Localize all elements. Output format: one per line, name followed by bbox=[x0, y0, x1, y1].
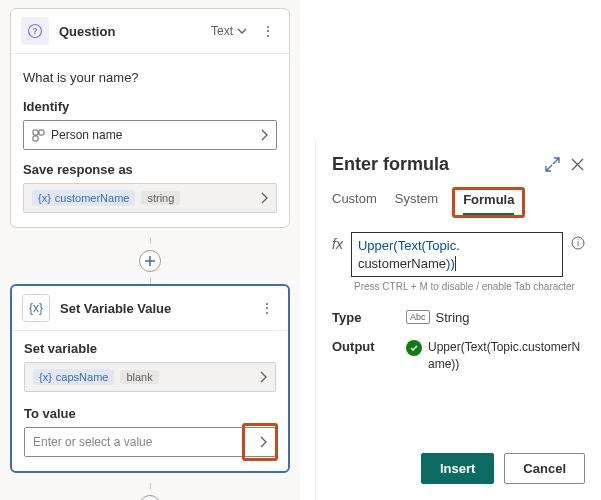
svg-text:i: i bbox=[577, 238, 579, 248]
success-check-icon bbox=[406, 340, 422, 356]
svg-rect-2 bbox=[33, 130, 38, 135]
string-type-icon: Abc bbox=[406, 310, 430, 324]
node-title: Set Variable Value bbox=[60, 301, 246, 316]
panel-header: Enter formula bbox=[332, 154, 585, 175]
formula-input[interactable]: Upper(Text(Topic.customerName)) bbox=[351, 232, 563, 277]
expand-icon[interactable] bbox=[545, 157, 560, 172]
chevron-down-icon bbox=[237, 26, 247, 36]
identify-label: Identify bbox=[23, 99, 277, 114]
panel-footer: Insert Cancel bbox=[421, 453, 585, 484]
callout-highlight: Formula bbox=[452, 187, 525, 218]
insert-button[interactable]: Insert bbox=[421, 453, 494, 484]
question-node[interactable]: ? Question Text ⋮ What is your name? Ide… bbox=[10, 8, 290, 228]
set-variable-field[interactable]: {x} capsName blank bbox=[24, 362, 276, 392]
variable-type-tag: blank bbox=[120, 370, 158, 384]
save-response-field[interactable]: {x} customerName string bbox=[23, 183, 277, 213]
save-response-label: Save response as bbox=[23, 162, 277, 177]
svg-rect-4 bbox=[33, 136, 38, 141]
output-row: Output Upper(Text(Topic.customerName)) bbox=[332, 339, 585, 373]
identify-field[interactable]: Person name bbox=[23, 120, 277, 150]
close-icon[interactable] bbox=[570, 157, 585, 172]
variable-token: {x} customerName bbox=[32, 190, 135, 206]
node-title: Question bbox=[59, 24, 201, 39]
question-type-selector[interactable]: Text bbox=[211, 24, 247, 38]
more-icon[interactable]: ⋮ bbox=[256, 300, 278, 316]
set-variable-node[interactable]: {x} Set Variable Value ⋮ Set variable {x… bbox=[10, 284, 290, 473]
fx-icon: fx bbox=[332, 232, 343, 252]
formula-editor-row: fx Upper(Text(Topic.customerName)) i bbox=[332, 232, 585, 277]
variable-type-tag: string bbox=[141, 191, 180, 205]
add-node-button[interactable] bbox=[139, 495, 161, 500]
tab-formula[interactable]: Formula bbox=[463, 192, 514, 215]
panel-tabs: Custom System Formula bbox=[332, 191, 585, 218]
variable-icon: {x} bbox=[22, 294, 50, 322]
cancel-button[interactable]: Cancel bbox=[504, 453, 585, 484]
chevron-right-icon bbox=[259, 371, 267, 383]
type-row: Type Abc String bbox=[332, 310, 585, 325]
info-icon[interactable]: i bbox=[571, 232, 585, 250]
identify-value: Person name bbox=[51, 128, 122, 142]
to-value-field[interactable]: Enter or select a value bbox=[24, 427, 276, 457]
to-value-placeholder: Enter or select a value bbox=[33, 435, 152, 449]
svg-rect-3 bbox=[39, 130, 44, 135]
chevron-right-icon bbox=[260, 192, 268, 204]
node-body: What is your name? Identify Person name … bbox=[11, 54, 289, 227]
chevron-right-icon[interactable] bbox=[259, 436, 267, 448]
panel-title: Enter formula bbox=[332, 154, 449, 175]
more-icon[interactable]: ⋮ bbox=[257, 23, 279, 39]
entity-icon bbox=[32, 129, 45, 142]
type-value: String bbox=[436, 310, 470, 325]
chevron-right-icon bbox=[260, 129, 268, 141]
variable-icon: {x} bbox=[38, 192, 51, 204]
node-body: Set variable {x} capsName blank To value… bbox=[12, 331, 288, 471]
variable-icon: {x} bbox=[39, 371, 52, 383]
add-node-row bbox=[10, 244, 290, 278]
authoring-canvas: ? Question Text ⋮ What is your name? Ide… bbox=[0, 0, 300, 500]
node-header: {x} Set Variable Value ⋮ bbox=[12, 286, 288, 331]
variable-token: {x} capsName bbox=[33, 369, 114, 385]
formula-hint: Press CTRL + M to disable / enable Tab c… bbox=[354, 281, 585, 292]
set-variable-label: Set variable bbox=[24, 341, 276, 356]
output-label: Output bbox=[332, 339, 388, 354]
question-icon: ? bbox=[21, 17, 49, 45]
output-value: Upper(Text(Topic.customerName)) bbox=[428, 339, 585, 373]
add-node-row bbox=[10, 489, 290, 500]
node-header: ? Question Text ⋮ bbox=[11, 9, 289, 54]
type-label: Type bbox=[332, 310, 388, 325]
question-prompt[interactable]: What is your name? bbox=[23, 64, 277, 99]
to-value-label: To value bbox=[24, 406, 276, 421]
formula-panel: Enter formula Custom System Formula fx U… bbox=[315, 140, 601, 500]
svg-text:?: ? bbox=[32, 26, 38, 36]
tab-system[interactable]: System bbox=[395, 191, 438, 218]
tab-custom[interactable]: Custom bbox=[332, 191, 377, 218]
add-node-button[interactable] bbox=[139, 250, 161, 272]
